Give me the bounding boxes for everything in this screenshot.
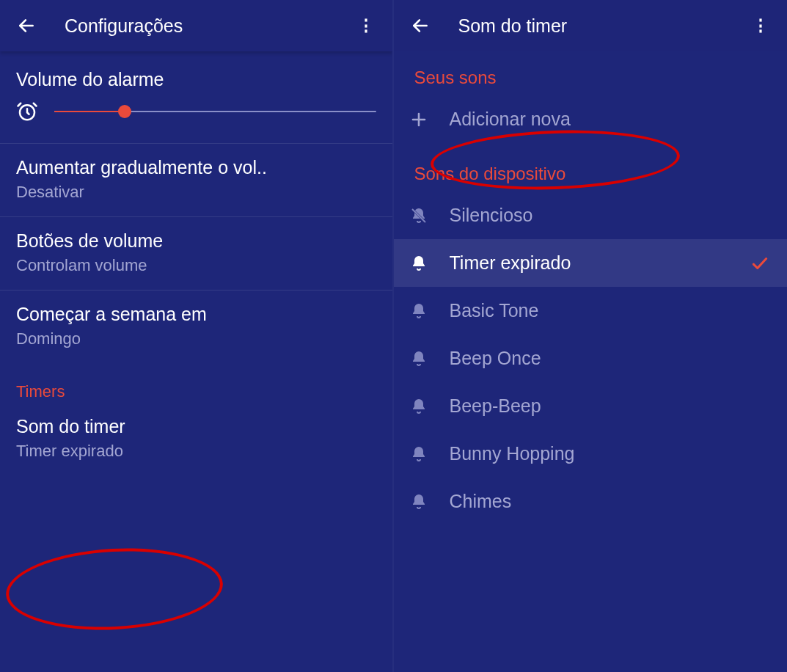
bell-icon: [409, 445, 429, 463]
sound-silent[interactable]: Silencioso: [394, 191, 788, 239]
sound-label: Chimes: [450, 491, 512, 512]
sound-bunny-hopping[interactable]: Bunny Hopping: [394, 430, 788, 478]
setting-volume-buttons[interactable]: Botões de volume Controlam volume: [0, 217, 392, 291]
setting-timer-sound[interactable]: Som do timer Timer expirado: [0, 412, 392, 475]
annotation-ellipse: [4, 543, 224, 635]
slider-thumb[interactable]: [118, 105, 131, 118]
setting-subtitle: Desativar: [16, 183, 376, 202]
sound-label: Beep-Beep: [450, 395, 541, 417]
back-icon[interactable]: [12, 11, 41, 40]
sound-label: Basic Tone: [450, 300, 539, 321]
sound-basic-tone[interactable]: Basic Tone: [394, 287, 788, 335]
setting-gradual-volume[interactable]: Aumentar gradualmente o vol.. Desativar: [0, 144, 392, 217]
appbar: Som do timer ⋮: [394, 0, 788, 51]
settings-list: Volume do alarme Aumentar gradualmente o…: [0, 51, 392, 475]
sound-label: Silencioso: [450, 205, 533, 226]
setting-title: Som do timer: [16, 416, 376, 437]
setting-subtitle: Controlam volume: [16, 256, 376, 275]
bell-icon: [409, 493, 429, 511]
setting-subtitle: Domingo: [16, 329, 376, 348]
sound-timer-expired[interactable]: Timer expirado: [394, 239, 788, 287]
bell-icon: [409, 302, 429, 320]
bell-icon: [409, 350, 429, 368]
setting-alarm-volume[interactable]: Volume do alarme: [0, 56, 392, 144]
plus-icon: [409, 111, 429, 128]
sound-beep-once[interactable]: Beep Once: [394, 335, 788, 382]
overflow-menu-icon[interactable]: ⋮: [746, 11, 775, 40]
bell-icon: [409, 398, 429, 415]
overflow-menu-icon[interactable]: ⋮: [351, 11, 381, 40]
add-new-sound[interactable]: Adicionar nova: [394, 95, 788, 143]
setting-week-start[interactable]: Começar a semana em Domingo: [0, 291, 392, 363]
bell-off-icon: [409, 207, 429, 224]
settings-screen: Configurações ⋮ Volume do alarme: [0, 0, 394, 672]
sound-label: Timer expirado: [450, 252, 571, 274]
back-icon[interactable]: [406, 11, 435, 40]
volume-slider[interactable]: [54, 111, 376, 112]
setting-title: Botões de volume: [16, 230, 376, 252]
timer-sound-screen: Som do timer ⋮ Seus sons Adicionar nova …: [394, 0, 788, 672]
appbar: Configurações ⋮: [0, 0, 392, 51]
sound-label: Beep Once: [450, 348, 541, 369]
check-icon: [750, 254, 769, 273]
setting-title: Volume do alarme: [16, 69, 376, 90]
setting-title: Aumentar gradualmente o vol..: [16, 157, 376, 178]
alarm-clock-icon: [16, 101, 38, 123]
page-title: Configurações: [65, 15, 183, 37]
sound-chimes[interactable]: Chimes: [394, 478, 788, 525]
sound-label: Bunny Hopping: [450, 443, 575, 464]
setting-subtitle: Timer expirado: [16, 442, 376, 461]
sound-label: Adicionar nova: [450, 109, 571, 130]
page-title: Som do timer: [458, 15, 568, 37]
section-header-device-sounds: Sons do dispositivo: [394, 143, 788, 191]
bell-icon: [409, 255, 429, 272]
section-header-your-sounds: Seus sons: [394, 51, 788, 95]
section-header-timers: Timers: [0, 363, 392, 412]
sound-beep-beep[interactable]: Beep-Beep: [394, 382, 788, 430]
setting-title: Começar a semana em: [16, 304, 376, 325]
